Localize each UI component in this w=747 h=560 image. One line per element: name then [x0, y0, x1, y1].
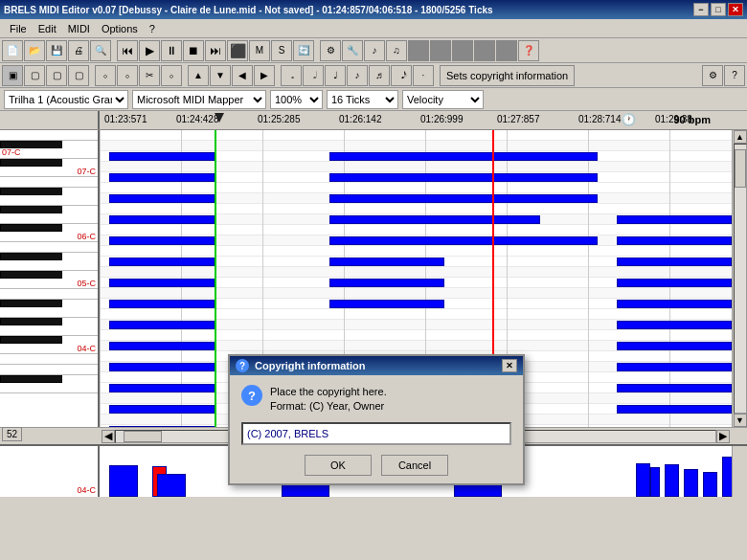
fastforward-button[interactable]: ⏭ [205, 40, 226, 61]
mute-button[interactable]: M [249, 40, 270, 61]
options-bar: Trilha 1 (Acoustic Grar Microsoft MIDI M… [0, 88, 747, 111]
menu-options[interactable]: Options [96, 21, 144, 36]
menu-help[interactable]: ? [144, 21, 161, 36]
select-button[interactable]: ▣ [2, 65, 23, 86]
menu-file[interactable]: File [4, 21, 33, 36]
midi-mapper-select[interactable]: Microsoft MIDI Mapper [132, 90, 266, 109]
midi-note [109, 215, 215, 224]
track-select[interactable]: Trilha 1 (Acoustic Grar [4, 90, 128, 109]
select4-button[interactable]: ▢ [68, 65, 89, 86]
midi-note [617, 236, 732, 245]
note-dot[interactable]: · [413, 65, 434, 86]
clock-icon: 🕐 [622, 113, 636, 126]
bpm-display: 90 bpm [673, 114, 711, 125]
kbd-button[interactable] [496, 40, 517, 61]
print-button[interactable]: 🖨 [68, 40, 89, 61]
gear-button[interactable]: ⚙ [320, 40, 341, 61]
scroll-track[interactable] [734, 144, 747, 414]
midi-note [109, 279, 215, 287]
new-button[interactable]: 📄 [2, 40, 23, 61]
midi-note [617, 342, 732, 350]
ticks-select[interactable]: 16 Ticks [327, 90, 398, 109]
maximize-button[interactable]: □ [711, 3, 726, 16]
open-button[interactable]: 📂 [24, 40, 45, 61]
pencil-button[interactable]: ⬦ [117, 65, 138, 86]
note-16th[interactable]: ♬ [369, 65, 390, 86]
select2-button[interactable]: ▢ [24, 65, 45, 86]
toolbar-2: ▣ ▢ ▢ ▢ ⬦ ⬦ ✂ ⬦ ▲ ▼ ◀ ▶ 𝅗 𝅗𝅥 ♩ ♪ ♬ 𝅘𝅥𝅯 ·… [0, 63, 747, 88]
stop-button[interactable]: ⏹ [183, 40, 204, 61]
note-half[interactable]: 𝅗𝅥 [303, 65, 324, 86]
wrench-button[interactable]: 🔧 [342, 40, 363, 61]
left-button[interactable]: ◀ [232, 65, 253, 86]
down-button[interactable]: ▼ [210, 65, 231, 86]
rewind-button[interactable]: ⏮ [117, 40, 138, 61]
copy-button[interactable]: ⬦ [161, 65, 182, 86]
properties-button[interactable]: ⚙ [702, 65, 723, 86]
midi-note [329, 215, 540, 224]
note-32nd[interactable]: 𝅘𝅥𝅯 [391, 65, 412, 86]
mix-button[interactable] [474, 40, 495, 61]
h-scroll-thumb[interactable] [124, 431, 162, 442]
notes-button[interactable]: ♪ [364, 40, 385, 61]
close-button[interactable]: ✕ [728, 3, 743, 16]
note-eighth[interactable]: ♪ [347, 65, 368, 86]
octave-label-7: 07-C [2, 147, 21, 157]
info2-button[interactable]: ❓ [518, 40, 539, 61]
cut-button[interactable]: ✂ [139, 65, 160, 86]
notes2-button[interactable]: ♫ [386, 40, 407, 61]
record-button[interactable]: ⬛ [227, 40, 248, 61]
ruler-ts-3: 01:25:285 [258, 114, 301, 124]
dialog-cancel-button[interactable]: Cancel [381, 455, 448, 476]
magnify-button[interactable]: 🔍 [90, 40, 111, 61]
pause-button[interactable]: ⏸ [161, 40, 182, 61]
ruler-ts-4: 01:26:142 [339, 114, 382, 124]
menu-midi[interactable]: MIDI [62, 21, 96, 36]
dialog-ok-button[interactable]: OK [305, 455, 372, 476]
copyright-input[interactable] [241, 422, 511, 445]
dialog-description: Place the copyright here. Format: (C) Ye… [270, 385, 387, 414]
scroll-left-button[interactable]: ◀ [102, 430, 115, 443]
vertical-scrollbar[interactable]: ▲ ▼ [732, 130, 747, 427]
bars-button[interactable] [452, 40, 473, 61]
timeline-ruler: 01:23:571 01:24:428 01:25:285 01:26:142 … [0, 111, 747, 130]
right-button[interactable]: ▶ [254, 65, 275, 86]
midi-note [109, 426, 215, 427]
midi-note [617, 279, 732, 287]
help-main-button[interactable]: ? [724, 65, 745, 86]
eraser-button[interactable]: ⬦ [95, 65, 116, 86]
param-select[interactable]: Velocity [402, 90, 484, 109]
minimize-button[interactable]: − [693, 3, 709, 16]
scroll-up-button[interactable]: ▲ [734, 130, 747, 144]
up-button[interactable]: ▲ [188, 65, 209, 86]
ruler-ts-7: 01:28:714 [578, 114, 622, 124]
ruler-ts-5: 01:26:999 [420, 114, 464, 124]
zoom-select[interactable]: 100% [270, 90, 323, 109]
refresh-button[interactable]: 🔄 [293, 40, 314, 61]
scroll-down-button[interactable]: ▼ [734, 414, 747, 427]
note-quarter[interactable]: ♩ [325, 65, 346, 86]
midi-note [109, 300, 215, 308]
midi-note [329, 236, 598, 245]
dialog-close-button[interactable]: ✕ [502, 359, 517, 372]
instrument-button[interactable] [408, 40, 429, 61]
menu-edit[interactable]: Edit [33, 21, 62, 36]
solo-button[interactable]: S [271, 40, 292, 61]
copyright-info-button[interactable]: Sets copyright information [440, 65, 575, 86]
dialog-desc-line2: Format: (C) Year, Owner [270, 399, 387, 414]
note-whole[interactable]: 𝅗 [281, 65, 302, 86]
save-button[interactable]: 💾 [46, 40, 67, 61]
play-button[interactable]: ▶ [139, 40, 160, 61]
midi-note [109, 321, 215, 329]
window-title: BRELS MIDI Editor v0.07 [Debussy - Clair… [4, 5, 493, 15]
copyright-dialog[interactable]: ? Copyright information ✕ ? Place the co… [228, 354, 525, 485]
ruler-ts-2: 01:24:428 [176, 114, 219, 124]
playhead [215, 130, 216, 427]
midi-note [109, 342, 215, 350]
dialog-title-icon: ? [236, 359, 249, 372]
piano-button[interactable] [430, 40, 451, 61]
select3-button[interactable]: ▢ [46, 65, 67, 86]
midi-note [109, 236, 215, 245]
scroll-right-button[interactable]: ▶ [716, 430, 730, 443]
scroll-thumb[interactable] [735, 149, 746, 188]
